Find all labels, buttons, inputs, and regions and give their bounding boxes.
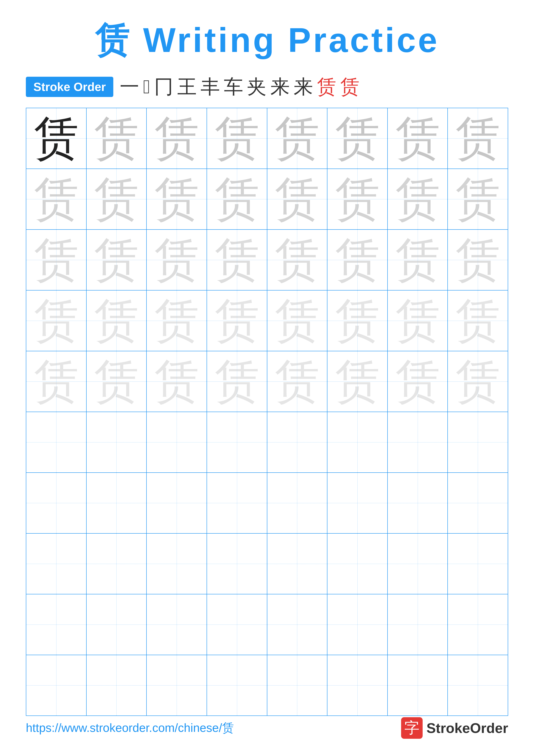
grid-cell-3-7[interactable]: 赁 <box>388 230 448 290</box>
grid-cell-9-2[interactable] <box>87 594 147 655</box>
grid-cell-9-8[interactable] <box>448 594 508 655</box>
grid-cell-9-5[interactable] <box>267 594 328 655</box>
grid-cell-3-3[interactable]: 赁 <box>147 230 207 290</box>
grid-cell-3-4[interactable]: 赁 <box>207 230 267 290</box>
grid-cell-7-2[interactable] <box>87 473 147 533</box>
grid-cell-9-3[interactable] <box>147 594 207 655</box>
grid-cell-7-7[interactable] <box>388 473 448 533</box>
stroke-order-row: Stroke Order 一 𠃌 冂 王 丰 车 夹 来 来 赁 赁 <box>26 77 508 97</box>
grid-cell-10-5[interactable] <box>267 655 328 716</box>
grid-cell-1-6[interactable]: 赁 <box>327 108 388 169</box>
grid-cell-4-2[interactable]: 赁 <box>87 290 147 351</box>
grid-cell-2-2[interactable]: 赁 <box>87 169 147 229</box>
grid-cell-6-5[interactable] <box>267 412 328 472</box>
grid-cell-3-1[interactable]: 赁 <box>26 230 87 290</box>
grid-cell-1-7[interactable]: 赁 <box>388 108 448 169</box>
grid-cell-1-5[interactable]: 赁 <box>267 108 328 169</box>
grid-cell-8-4[interactable] <box>207 534 267 594</box>
grid-cell-7-5[interactable] <box>267 473 328 533</box>
grid-cell-6-1[interactable] <box>26 412 87 472</box>
grid-cell-10-6[interactable] <box>327 655 388 716</box>
grid-cell-6-6[interactable] <box>327 412 388 472</box>
grid-cell-3-5[interactable]: 赁 <box>267 230 328 290</box>
grid-cell-5-3[interactable]: 赁 <box>147 351 207 412</box>
practice-char: 赁 <box>455 176 500 222</box>
grid-cell-2-4[interactable]: 赁 <box>207 169 267 229</box>
grid-cell-4-1[interactable]: 赁 <box>26 290 87 351</box>
practice-char: 赁 <box>154 176 199 222</box>
grid-cell-2-3[interactable]: 赁 <box>147 169 207 229</box>
practice-char: 赁 <box>154 298 199 343</box>
grid-cell-3-2[interactable]: 赁 <box>87 230 147 290</box>
grid-cell-6-4[interactable] <box>207 412 267 472</box>
grid-cell-6-2[interactable] <box>87 412 147 472</box>
practice-char: 赁 <box>274 237 320 283</box>
grid-cell-3-8[interactable]: 赁 <box>448 230 508 290</box>
stroke-char-4: 王 <box>177 77 197 96</box>
grid-cell-10-2[interactable] <box>87 655 147 716</box>
grid-cell-8-1[interactable] <box>26 534 87 594</box>
grid-cell-1-1[interactable]: 赁 <box>26 108 87 169</box>
grid-cell-4-3[interactable]: 赁 <box>147 290 207 351</box>
grid-cell-4-5[interactable]: 赁 <box>267 290 328 351</box>
grid-cell-8-7[interactable] <box>388 534 448 594</box>
grid-cell-4-8[interactable]: 赁 <box>448 290 508 351</box>
stroke-char-1: 一 <box>120 77 139 96</box>
page-title: 赁 Writing Practice <box>26 17 508 64</box>
grid-row-3: 赁 赁 赁 赁 赁 赁 赁 赁 <box>26 230 508 290</box>
grid-cell-1-4[interactable]: 赁 <box>207 108 267 169</box>
grid-cell-7-8[interactable] <box>448 473 508 533</box>
grid-cell-5-8[interactable]: 赁 <box>448 351 508 412</box>
grid-cell-8-8[interactable] <box>448 534 508 594</box>
grid-cell-2-1[interactable]: 赁 <box>26 169 87 229</box>
grid-cell-8-3[interactable] <box>147 534 207 594</box>
grid-cell-6-8[interactable] <box>448 412 508 472</box>
grid-cell-7-3[interactable] <box>147 473 207 533</box>
grid-cell-3-6[interactable]: 赁 <box>327 230 388 290</box>
grid-cell-4-6[interactable]: 赁 <box>327 290 388 351</box>
grid-cell-4-7[interactable]: 赁 <box>388 290 448 351</box>
grid-row-8 <box>26 534 508 594</box>
practice-char: 赁 <box>274 359 320 404</box>
grid-cell-5-2[interactable]: 赁 <box>87 351 147 412</box>
grid-cell-2-6[interactable]: 赁 <box>327 169 388 229</box>
practice-char: 赁 <box>214 237 260 283</box>
grid-cell-9-6[interactable] <box>327 594 388 655</box>
grid-cell-9-1[interactable] <box>26 594 87 655</box>
grid-cell-5-6[interactable]: 赁 <box>327 351 388 412</box>
grid-row-4: 赁 赁 赁 赁 赁 赁 赁 赁 <box>26 290 508 351</box>
grid-cell-2-8[interactable]: 赁 <box>448 169 508 229</box>
grid-cell-2-7[interactable]: 赁 <box>388 169 448 229</box>
grid-cell-9-7[interactable] <box>388 594 448 655</box>
grid-cell-1-8[interactable]: 赁 <box>448 108 508 169</box>
grid-cell-8-2[interactable] <box>87 534 147 594</box>
practice-char: 赁 <box>154 359 199 404</box>
stroke-char-5: 丰 <box>201 77 220 96</box>
practice-char: 赁 <box>395 237 440 283</box>
practice-char: 赁 <box>214 176 260 222</box>
grid-cell-6-7[interactable] <box>388 412 448 472</box>
grid-cell-10-7[interactable] <box>388 655 448 716</box>
grid-cell-7-1[interactable] <box>26 473 87 533</box>
grid-cell-10-3[interactable] <box>147 655 207 716</box>
grid-cell-8-5[interactable] <box>267 534 328 594</box>
grid-cell-6-3[interactable] <box>147 412 207 472</box>
grid-cell-7-4[interactable] <box>207 473 267 533</box>
grid-cell-8-6[interactable] <box>327 534 388 594</box>
grid-cell-5-4[interactable]: 赁 <box>207 351 267 412</box>
grid-cell-2-5[interactable]: 赁 <box>267 169 328 229</box>
stroke-char-2: 𠃌 <box>143 77 150 96</box>
grid-cell-5-7[interactable]: 赁 <box>388 351 448 412</box>
grid-cell-7-6[interactable] <box>327 473 388 533</box>
grid-cell-1-3[interactable]: 赁 <box>147 108 207 169</box>
grid-cell-9-4[interactable] <box>207 594 267 655</box>
grid-cell-5-5[interactable]: 赁 <box>267 351 328 412</box>
grid-cell-5-1[interactable]: 赁 <box>26 351 87 412</box>
grid-cell-10-4[interactable] <box>207 655 267 716</box>
grid-cell-10-8[interactable] <box>448 655 508 716</box>
grid-cell-1-2[interactable]: 赁 <box>87 108 147 169</box>
grid-cell-4-4[interactable]: 赁 <box>207 290 267 351</box>
practice-char: 赁 <box>395 176 440 222</box>
title-text: Writing Practice <box>143 21 439 59</box>
grid-cell-10-1[interactable] <box>26 655 87 716</box>
